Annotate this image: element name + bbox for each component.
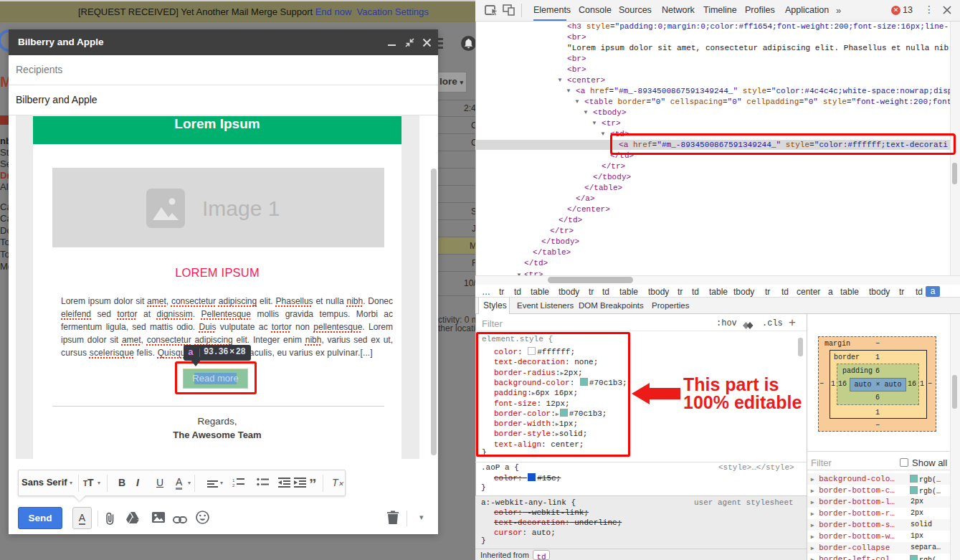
svg-text:1: 1 <box>232 478 235 483</box>
svg-text:2: 2 <box>232 483 235 488</box>
